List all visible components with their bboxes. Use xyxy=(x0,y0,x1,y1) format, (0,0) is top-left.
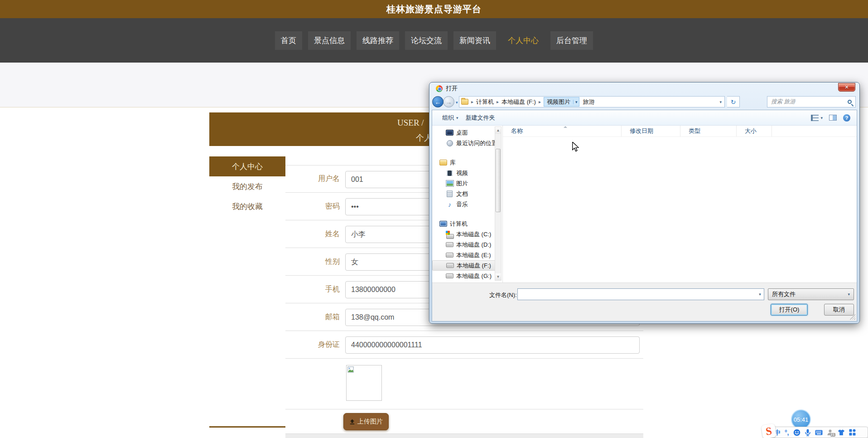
nav-item-profile[interactable]: 个人中心 xyxy=(502,31,545,50)
tree-item-drive-c[interactable]: 本地磁盘 (C:) xyxy=(432,229,502,239)
idcard-field[interactable]: 440000000000001111 xyxy=(345,336,640,354)
dialog-navbar: ← → ▾ ▸ 计算机 ▸ 本地磁盘 (F:) ▸ 视频图片 ▾ 旅游 ▾ ↻ … xyxy=(429,94,859,110)
upload-button-label: 上传图片 xyxy=(357,418,383,426)
tree-item-recent-places[interactable]: 最近访问的位置 xyxy=(432,138,502,148)
nav-item-attractions[interactable]: 景点信息 xyxy=(308,31,351,50)
dialog-client-area: 组织 ▾ 新建文件夹 ▾ ? xyxy=(432,110,857,321)
view-dropdown-icon[interactable]: ▾ xyxy=(820,116,823,120)
filetype-dropdown-icon: ▾ xyxy=(848,292,850,297)
upload-image-button[interactable]: 上传图片 xyxy=(343,413,389,430)
back-button[interactable]: ← xyxy=(432,96,444,107)
nav-item-routes[interactable]: 线路推荐 xyxy=(357,31,399,50)
tree-item-drive-d[interactable]: 本地磁盘 (D:) xyxy=(432,239,502,250)
column-type[interactable]: 类型 xyxy=(680,126,737,136)
tree-scrollbar[interactable]: ▲ ▼ xyxy=(495,127,502,281)
documents-icon xyxy=(446,190,453,198)
ime-punctuation-icon[interactable]: °, xyxy=(785,429,789,436)
chevron-down-icon[interactable]: ▾ xyxy=(573,100,578,104)
drive-icon xyxy=(446,273,453,280)
tree-item-drive-f[interactable]: 本地磁盘 (F:) xyxy=(432,260,500,271)
folder-icon xyxy=(461,99,468,105)
sidebar-item-my-favorites[interactable]: 我的收藏 xyxy=(209,196,285,216)
recent-places-icon xyxy=(446,140,453,147)
phone-label: 手机 xyxy=(285,276,340,303)
new-folder-label: 新建文件夹 xyxy=(466,114,495,122)
tree-label: 视频 xyxy=(456,169,468,177)
broken-image-icon xyxy=(347,366,354,373)
ime-keyboard-icon[interactable] xyxy=(815,430,823,435)
dialog-main: 桌面 最近访问的位置 库 视频 xyxy=(432,126,857,282)
history-dropdown-icon[interactable]: ▾ xyxy=(456,100,458,105)
open-button[interactable]: 打开(O) xyxy=(771,304,808,316)
toolbar-right-icons: ▾ ? xyxy=(811,114,850,122)
breadcrumb-drive-f[interactable]: 本地磁盘 (F:) xyxy=(502,98,536,106)
password-label: 密码 xyxy=(285,193,340,220)
sidebar-item-my-posts[interactable]: 我的发布 xyxy=(209,176,285,196)
search-input[interactable]: 搜索 旅游 xyxy=(767,96,856,107)
nav-item-forum[interactable]: 论坛交流 xyxy=(405,31,448,50)
column-name[interactable]: 名称 xyxy=(503,126,622,136)
scroll-up-icon[interactable]: ▲ xyxy=(495,127,501,134)
tree-item-libraries[interactable]: 库 xyxy=(432,157,502,168)
forward-button[interactable]: → xyxy=(443,96,454,107)
sogou-logo-icon[interactable]: S xyxy=(761,423,776,438)
mouse-cursor xyxy=(572,142,580,154)
nav-item-news[interactable]: 新闻资讯 xyxy=(453,31,496,50)
change-view-icon[interactable] xyxy=(811,115,819,121)
dialog-toolbar: 组织 ▾ 新建文件夹 ▾ ? xyxy=(432,110,857,126)
file-list[interactable]: 名称 修改日期 类型 大小 xyxy=(503,126,857,282)
filename-combobox[interactable]: ▾ xyxy=(517,288,764,300)
ime-voice-icon[interactable] xyxy=(805,429,811,436)
refresh-button[interactable]: ↻ xyxy=(727,96,740,107)
tree-label: 本地磁盘 (F:) xyxy=(457,262,491,270)
scrollbar-thumb[interactable] xyxy=(496,149,501,212)
tree-item-documents[interactable]: 文档 xyxy=(432,189,502,199)
column-headers: 名称 修改日期 类型 大小 xyxy=(503,126,857,137)
tree-item-desktop[interactable]: 桌面 xyxy=(432,127,502,138)
dialog-footer: 文件名(N): ▾ 所有文件 ▾ 打开(O) 取消 xyxy=(432,282,857,321)
tree-label: 本地磁盘 (E:) xyxy=(456,251,491,259)
help-icon[interactable]: ? xyxy=(843,114,850,122)
tree-item-drive-e[interactable]: 本地磁盘 (E:) xyxy=(432,250,502,260)
scroll-down-icon[interactable]: ▼ xyxy=(495,273,501,280)
chevron-icon: ▸ xyxy=(497,99,499,104)
tree-item-pictures[interactable]: 图片 xyxy=(432,178,502,189)
filename-input[interactable] xyxy=(518,289,756,300)
column-size[interactable]: 大小 xyxy=(737,126,772,136)
preview-pane-icon[interactable] xyxy=(829,115,837,121)
nav-item-admin[interactable]: 后台管理 xyxy=(550,31,593,50)
breadcrumb-travel[interactable]: 旅游 xyxy=(583,98,594,106)
ime-emoji-icon[interactable] xyxy=(793,429,800,436)
filename-dropdown-icon[interactable]: ▾ xyxy=(756,292,764,297)
new-folder-button[interactable]: 新建文件夹 xyxy=(462,112,499,124)
address-dropdown-icon[interactable]: ▾ xyxy=(719,100,723,104)
tree-label: 音乐 xyxy=(456,200,468,209)
ime-toolbar: 中 °, 21 xyxy=(771,427,868,438)
computer-icon xyxy=(439,220,447,228)
tree-item-computer[interactable]: 计算机 xyxy=(432,219,502,229)
sidebar-item-profile[interactable]: 个人中心 xyxy=(209,156,285,176)
organize-button[interactable]: 组织 ▾ xyxy=(439,112,462,124)
ime-account-icon[interactable]: 21 xyxy=(827,429,834,436)
ime-skin-icon[interactable] xyxy=(838,429,845,436)
nav-item-home[interactable]: 首页 xyxy=(275,31,302,50)
chevron-icon: ▸ xyxy=(471,99,473,104)
tree-item-videos[interactable]: 视频 xyxy=(432,168,502,178)
breadcrumb-computer[interactable]: 计算机 xyxy=(476,98,494,106)
ime-account-badge: 21 xyxy=(830,433,835,437)
tree-label: 本地磁盘 (G:) xyxy=(456,272,492,280)
address-bar[interactable]: ▸ 计算机 ▸ 本地磁盘 (F:) ▸ 视频图片 ▾ 旅游 ▾ xyxy=(459,96,725,107)
close-button[interactable]: ✕ xyxy=(838,83,855,92)
tree-item-drive-g[interactable]: 本地磁盘 (G:) xyxy=(432,271,502,281)
tree-label: 最近访问的位置 xyxy=(456,139,497,147)
dialog-titlebar[interactable]: 打开 ✕ xyxy=(429,83,859,94)
form-row-upload: 上传图片 xyxy=(285,409,643,434)
filetype-value: 所有文件 xyxy=(772,290,796,298)
tree-item-music[interactable]: ♪ 音乐 xyxy=(432,199,502,209)
breadcrumb-video-pictures[interactable]: 视频图片 ▾ xyxy=(544,97,580,107)
filetype-select[interactable]: 所有文件 ▾ xyxy=(768,288,854,300)
resize-grip[interactable] xyxy=(849,314,855,320)
ime-toolbox-icon[interactable] xyxy=(849,429,856,436)
column-date-modified[interactable]: 修改日期 xyxy=(622,126,680,136)
filename-label: 文件名(N): xyxy=(489,291,517,299)
